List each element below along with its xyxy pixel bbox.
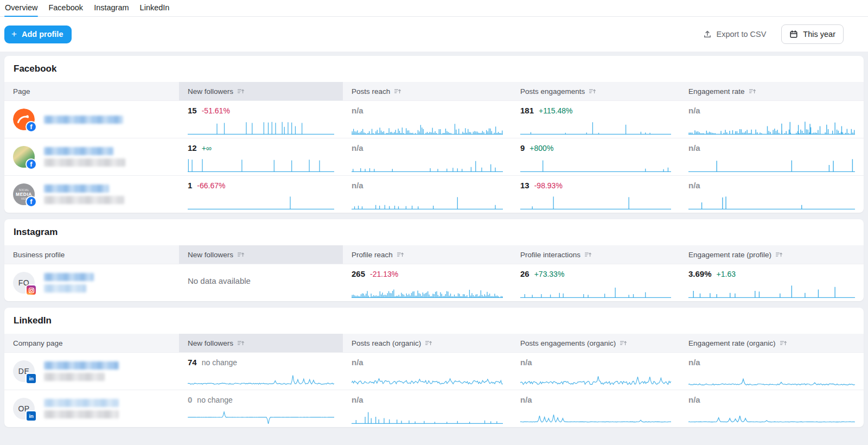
metric-change: +115.48%	[539, 106, 572, 115]
sparkline-chart	[688, 283, 855, 298]
metric-value: n/a	[520, 358, 532, 367]
metric-cell: n/a	[343, 390, 512, 427]
table-row: f15-51.61%n/a181+115.48%n/a	[4, 100, 864, 138]
section-title-facebook: Facebook	[4, 56, 864, 82]
tab-linkedin[interactable]: LinkedIn	[139, 0, 170, 16]
name-blur-line	[44, 373, 105, 381]
column-header-label: Company page	[13, 339, 63, 347]
column-header-new-followers[interactable]: New followers	[179, 82, 343, 100]
sections-container: FacebookPageNew followersPosts reachPost…	[4, 56, 864, 427]
sparkline-chart	[188, 157, 334, 172]
table-row: f12+∞n/a9+800%n/a	[4, 138, 864, 175]
table-row: DEin74no changen/an/an/a	[4, 352, 864, 390]
metric-cell: 1-66.67%	[179, 176, 343, 213]
metric-cell: 15-51.61%	[179, 101, 343, 138]
column-header-page[interactable]: Page	[4, 82, 179, 100]
instagram-section: InstagramBusiness profileNew followersPr…	[4, 219, 864, 301]
sort-icon	[237, 339, 245, 347]
export-to-csv-button[interactable]: Export to CSV	[700, 29, 769, 39]
column-header-new-followers[interactable]: New followers	[179, 245, 343, 264]
metric-value: n/a	[520, 395, 532, 404]
metric-change: no change	[202, 358, 237, 367]
facebook-badge-icon: f	[25, 196, 37, 207]
content-area: FacebookPageNew followersPosts reachPost…	[0, 52, 868, 445]
column-header-engagement-rate-profile[interactable]: Engagement rate (profile)	[680, 245, 864, 264]
no-data-text: No data available	[188, 269, 334, 285]
sparkline-chart	[520, 120, 671, 135]
metric-cell: n/a	[680, 101, 864, 138]
column-header-posts-reach-organic[interactable]: Posts reach (organic)	[343, 334, 512, 352]
metric-value-line: n/a	[352, 181, 503, 191]
sparkline-chart	[688, 120, 855, 135]
metric-cell: 74no change	[179, 353, 343, 390]
sparkline-chart	[352, 372, 503, 386]
sort-icon	[589, 87, 596, 95]
metric-value: n/a	[352, 106, 363, 115]
profile-avatar: f	[13, 146, 35, 168]
profile-cell[interactable]: OPin	[4, 390, 179, 427]
sparkline-chart	[520, 372, 671, 386]
metric-value: 1	[188, 181, 192, 190]
metric-cell: n/a	[343, 176, 512, 213]
column-header-label: Engagement rate (profile)	[688, 251, 771, 259]
metric-value-line: 13-98.93%	[520, 181, 671, 191]
linkedin-badge-icon: in	[25, 410, 37, 422]
metric-value-line: 15-51.61%	[188, 106, 334, 116]
sparkline-chart	[520, 157, 671, 172]
metric-value-line: 12+∞	[188, 143, 334, 154]
profile-cell[interactable]: DEin	[4, 353, 179, 390]
column-header-posts-reach[interactable]: Posts reach	[343, 82, 512, 100]
metric-cell: 13-98.93%	[512, 176, 680, 213]
column-header-profile-interactions[interactable]: Profile interactions	[512, 245, 680, 264]
metric-cell: 265-21.13%	[343, 264, 512, 301]
name-blur-line	[44, 273, 94, 281]
name-blur-line	[44, 196, 124, 204]
table-row: OPin0no changen/an/an/a	[4, 390, 864, 427]
sort-icon	[620, 339, 627, 347]
metric-value: 9	[520, 143, 525, 152]
metric-value-line: n/a	[352, 358, 503, 368]
profile-avatar: f	[13, 109, 35, 130]
metric-value-line: 3.69%+1.63	[688, 269, 855, 279]
metric-cell: 9+800%	[512, 138, 680, 175]
metric-value-line: n/a	[688, 395, 855, 405]
sparkline-chart	[188, 195, 334, 209]
column-header-engagement-rate-organic[interactable]: Engagement rate (organic)	[680, 334, 864, 352]
profile-cell[interactable]: FO	[4, 264, 179, 301]
metric-cell: n/a	[680, 353, 864, 390]
metric-value-line: n/a	[688, 106, 855, 116]
metric-value-line: n/a	[688, 358, 855, 368]
column-header-posts-engagements-organic[interactable]: Posts engagements (organic)	[512, 334, 680, 352]
column-header-engagement-rate[interactable]: Engagement rate	[680, 82, 864, 100]
profile-cell[interactable]: f	[4, 138, 179, 175]
metric-value: 265	[352, 269, 365, 278]
tab-overview[interactable]: Overview	[4, 0, 38, 16]
date-range-button[interactable]: This year	[781, 24, 844, 44]
profile-cell[interactable]: SOCIALMEDIAWEBf	[4, 176, 179, 213]
column-header-label: Posts reach (organic)	[352, 339, 421, 347]
metric-value-line: n/a	[520, 395, 671, 405]
column-header-new-followers[interactable]: New followers	[179, 334, 343, 352]
metric-cell: n/a	[680, 176, 864, 213]
column-header-business-profile[interactable]: Business profile	[4, 245, 179, 264]
profile-cell[interactable]: f	[4, 101, 179, 138]
sort-icon	[397, 251, 404, 258]
column-header-company-page[interactable]: Company page	[4, 334, 179, 352]
column-header-label: New followers	[188, 339, 233, 347]
metric-cell: 12+∞	[179, 138, 343, 175]
tab-facebook[interactable]: Facebook	[48, 0, 84, 16]
table-row: SOCIALMEDIAWEBf1-66.67%n/a13-98.93%n/a	[4, 175, 864, 213]
metric-value-line: n/a	[520, 358, 671, 368]
sparkline-chart	[352, 157, 503, 172]
add-profile-button[interactable]: + Add profile	[4, 26, 72, 43]
plus-icon: +	[11, 29, 17, 39]
tab-instagram[interactable]: Instagram	[93, 0, 129, 16]
metric-value: 26	[520, 269, 529, 278]
metric-value-line: n/a	[688, 143, 855, 154]
metric-cell: n/a	[680, 390, 864, 427]
metric-value: n/a	[352, 143, 363, 152]
column-header-profile-reach[interactable]: Profile reach	[343, 245, 512, 264]
sparkline-chart	[188, 372, 334, 386]
toolbar: + Add profile Export to CSV This year	[0, 17, 868, 52]
column-header-posts-engagements[interactable]: Posts engagements	[512, 82, 680, 100]
